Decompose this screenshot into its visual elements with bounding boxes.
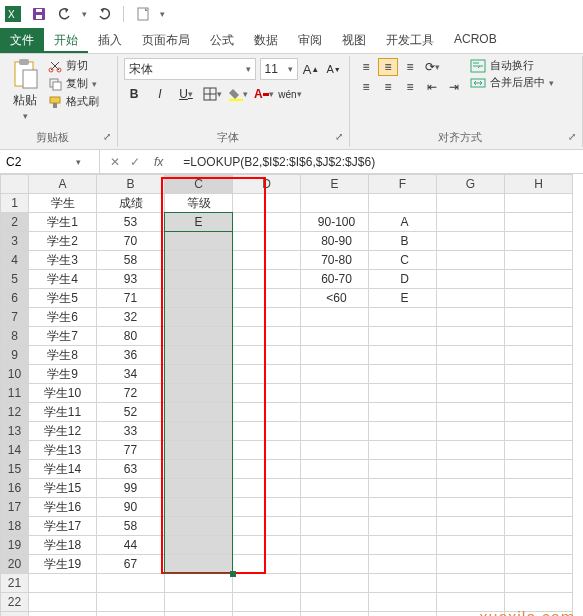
cell-D20[interactable] <box>233 555 301 574</box>
cell-F16[interactable] <box>369 479 437 498</box>
cell-E7[interactable] <box>301 308 369 327</box>
tab-insert[interactable]: 插入 <box>88 28 132 53</box>
fill-color-button[interactable]: ▾ <box>228 84 248 104</box>
cell-A21[interactable] <box>29 574 97 593</box>
cell-E3[interactable]: 80-90 <box>301 232 369 251</box>
clipboard-dialog-launcher-icon[interactable]: ⤢ <box>103 131 111 142</box>
cell-A13[interactable]: 学生12 <box>29 422 97 441</box>
row-header-11[interactable]: 11 <box>1 384 29 403</box>
tab-formulas[interactable]: 公式 <box>200 28 244 53</box>
cell-C21[interactable] <box>165 574 233 593</box>
cell-D8[interactable] <box>233 327 301 346</box>
cancel-formula-icon[interactable]: ✕ <box>110 155 120 169</box>
italic-button[interactable]: I <box>150 84 170 104</box>
cell-C7[interactable] <box>165 308 233 327</box>
cell-F22[interactable] <box>369 593 437 612</box>
row-header-8[interactable]: 8 <box>1 327 29 346</box>
cell-D18[interactable] <box>233 517 301 536</box>
cell-E4[interactable]: 70-80 <box>301 251 369 270</box>
cell-D23[interactable] <box>233 612 301 617</box>
paste-button[interactable]: 粘贴 ▾ <box>6 58 44 121</box>
cell-F20[interactable] <box>369 555 437 574</box>
formula-bar[interactable]: =LOOKUP(B2,$I$2:$I$6,$J$2:$J$6) <box>177 155 583 169</box>
cell-B19[interactable]: 44 <box>97 536 165 555</box>
indent-decrease-icon[interactable]: ⇤ <box>422 78 442 96</box>
font-size-select[interactable]: 11▾ <box>260 58 298 80</box>
cell-G21[interactable] <box>437 574 505 593</box>
cell-B13[interactable]: 33 <box>97 422 165 441</box>
cell-C8[interactable] <box>165 327 233 346</box>
cell-C19[interactable] <box>165 536 233 555</box>
cell-B15[interactable]: 63 <box>97 460 165 479</box>
row-header-1[interactable]: 1 <box>1 194 29 213</box>
cell-F8[interactable] <box>369 327 437 346</box>
cell-C2[interactable]: E <box>165 213 233 232</box>
merge-center-button[interactable]: 合并后居中▾ <box>470 75 554 90</box>
cell-E9[interactable] <box>301 346 369 365</box>
cell-A10[interactable]: 学生9 <box>29 365 97 384</box>
cell-E2[interactable]: 90-100 <box>301 213 369 232</box>
cell-F14[interactable] <box>369 441 437 460</box>
cell-C15[interactable] <box>165 460 233 479</box>
cell-E5[interactable]: 60-70 <box>301 270 369 289</box>
cell-E14[interactable] <box>301 441 369 460</box>
row-header-2[interactable]: 2 <box>1 213 29 232</box>
col-header-A[interactable]: A <box>29 175 97 194</box>
cell-D13[interactable] <box>233 422 301 441</box>
spreadsheet-grid[interactable]: ABCDEFGH1学生成绩等级2学生153E90-100A3学生27080-90… <box>0 174 583 616</box>
cell-E18[interactable] <box>301 517 369 536</box>
cell-E12[interactable] <box>301 403 369 422</box>
cell-E16[interactable] <box>301 479 369 498</box>
cell-F18[interactable] <box>369 517 437 536</box>
cell-B22[interactable] <box>97 593 165 612</box>
tab-acrobat[interactable]: ACROB <box>444 28 507 53</box>
row-header-16[interactable]: 16 <box>1 479 29 498</box>
cell-A23[interactable] <box>29 612 97 617</box>
cell-B2[interactable]: 53 <box>97 213 165 232</box>
cell-E10[interactable] <box>301 365 369 384</box>
cell-F1[interactable] <box>369 194 437 213</box>
tab-review[interactable]: 审阅 <box>288 28 332 53</box>
cell-D17[interactable] <box>233 498 301 517</box>
cell-D5[interactable] <box>233 270 301 289</box>
cell-G10[interactable] <box>437 365 505 384</box>
row-header-14[interactable]: 14 <box>1 441 29 460</box>
cell-B10[interactable]: 34 <box>97 365 165 384</box>
cell-G2[interactable] <box>437 213 505 232</box>
cell-F2[interactable]: A <box>369 213 437 232</box>
cell-C22[interactable] <box>165 593 233 612</box>
cell-C12[interactable] <box>165 403 233 422</box>
cell-G3[interactable] <box>437 232 505 251</box>
cell-G14[interactable] <box>437 441 505 460</box>
cell-D7[interactable] <box>233 308 301 327</box>
cell-A11[interactable]: 学生10 <box>29 384 97 403</box>
cell-F19[interactable] <box>369 536 437 555</box>
cell-C4[interactable] <box>165 251 233 270</box>
undo-icon[interactable] <box>56 5 74 23</box>
cell-H14[interactable] <box>505 441 573 460</box>
phonetic-button[interactable]: wén▾ <box>280 84 300 104</box>
undo-dropdown-icon[interactable]: ▾ <box>82 9 87 19</box>
cell-F21[interactable] <box>369 574 437 593</box>
select-all-corner[interactable] <box>1 175 29 194</box>
cell-C13[interactable] <box>165 422 233 441</box>
cell-B8[interactable]: 80 <box>97 327 165 346</box>
name-box-input[interactable] <box>6 155 76 169</box>
row-header-23[interactable]: 23 <box>1 612 29 617</box>
cell-G16[interactable] <box>437 479 505 498</box>
row-header-12[interactable]: 12 <box>1 403 29 422</box>
cell-C20[interactable] <box>165 555 233 574</box>
cell-A9[interactable]: 学生8 <box>29 346 97 365</box>
cell-H6[interactable] <box>505 289 573 308</box>
cell-A8[interactable]: 学生7 <box>29 327 97 346</box>
cell-B7[interactable]: 32 <box>97 308 165 327</box>
cell-E19[interactable] <box>301 536 369 555</box>
cell-A14[interactable]: 学生13 <box>29 441 97 460</box>
row-header-3[interactable]: 3 <box>1 232 29 251</box>
cell-A22[interactable] <box>29 593 97 612</box>
row-header-10[interactable]: 10 <box>1 365 29 384</box>
align-center-icon[interactable]: ≡ <box>378 78 398 96</box>
cell-G11[interactable] <box>437 384 505 403</box>
cell-F6[interactable]: E <box>369 289 437 308</box>
cell-B16[interactable]: 99 <box>97 479 165 498</box>
